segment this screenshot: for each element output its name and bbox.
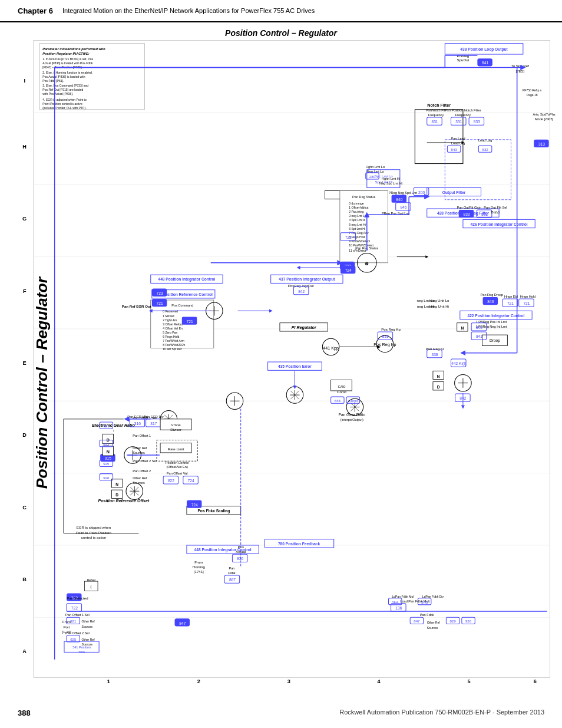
svg-text:Droop: Droop xyxy=(490,338,500,343)
svg-text:7 PosWVolt Arm: 7 PosWVolt Arm xyxy=(163,339,184,342)
page-header: Chapter 6 Integrated Motion on the Ether… xyxy=(0,0,562,22)
svg-text:(Offset/Vel En): (Offset/Vel En) xyxy=(166,465,187,469)
svg-text:Psn Position Notch Filter: Psn Position Notch Filter xyxy=(445,108,481,112)
svg-text:N: N xyxy=(461,326,464,330)
svg-text:⟨: ⟨ xyxy=(90,585,92,589)
svg-text:724: 724 xyxy=(191,503,198,507)
svg-text:Pan Selected: Pan Selected xyxy=(67,596,88,600)
svg-text:G: G xyxy=(22,216,27,222)
svg-text:426 Position Integrator Contro: 426 Position Integrator Control xyxy=(471,222,528,227)
svg-text:832: 832 xyxy=(482,147,489,151)
svg-text:721: 721 xyxy=(187,319,193,324)
svg-text:280: 280 xyxy=(369,174,376,179)
svg-text:1 Moved: 1 Moved xyxy=(163,314,174,318)
svg-text:Pan Offset Val: Pan Offset Val xyxy=(167,472,188,475)
svg-text:846: 846 xyxy=(487,299,494,304)
svg-text:Pan Offset 1 Sel: Pan Offset 1 Sel xyxy=(65,613,90,617)
svg-text:Hghn Lmt Lo: Hghn Lmt Lo xyxy=(366,165,385,169)
svg-text:3H4: 3H4 xyxy=(392,600,399,604)
svg-text:926: 926 xyxy=(103,476,110,480)
svg-text:721: 721 xyxy=(157,301,163,305)
svg-text:1 Offset-fdbkut: 1 Offset-fdbkut xyxy=(349,206,369,209)
svg-text:Pan Offset 2 Sel: Pan Offset 2 Sel xyxy=(133,459,157,463)
svg-text:Pan Offset 1: Pan Offset 1 xyxy=(133,434,151,437)
svg-text:Pan Offset 2: Pan Offset 2 xyxy=(133,469,151,473)
svg-text:Pan Lead: Pan Lead xyxy=(451,137,465,140)
svg-text:840: 840 xyxy=(396,197,402,202)
svg-text:4 Spc Lmt lo: 4 Spc Lmt lo xyxy=(349,218,365,222)
svg-text:From: From xyxy=(194,560,203,564)
svg-text:8 PosWVolt2D2c: 8 PosWVolt2D2c xyxy=(163,343,186,347)
page-footer: 388 Rockwell Automation Publication 750-… xyxy=(0,709,562,717)
svg-text:Port: Port xyxy=(63,625,70,629)
svg-text:6 Spt Lmt Hi: 6 Spt Lmt Hi xyxy=(349,227,365,230)
diagram-svg: I H G F E D C B A 1 2 3 4 5 6 Position C… xyxy=(0,22,562,701)
svg-text:B: B xyxy=(22,577,27,582)
svg-text:2: 2 xyxy=(197,678,200,684)
svg-text:Sources: Sources xyxy=(82,643,93,646)
svg-text:724: 724 xyxy=(188,479,194,483)
svg-text:H: H xyxy=(22,144,27,150)
svg-text:Pan OutFilt Gain: Pan OutFilt Gain xyxy=(457,206,481,209)
svg-text:841: 841 xyxy=(476,334,482,338)
svg-text:3: 3 xyxy=(287,678,290,684)
svg-text:E: E xyxy=(23,360,27,366)
svg-text:722: 722 xyxy=(71,606,78,610)
svg-text:Pan Fdbk: Pan Fdbk xyxy=(420,613,434,617)
svg-text:5 neg Lmt Hi: 5 neg Lmt Hi xyxy=(349,223,366,226)
svg-text:Pan Reg Droop: Pan Reg Droop xyxy=(481,293,504,297)
svg-text:338: 338 xyxy=(431,353,438,357)
svg-rect-0 xyxy=(34,41,550,678)
svg-text:Hngn Ebl: Hngn Ebl xyxy=(504,295,518,298)
svg-text:PsnNotch Filt: PsnNotch Filt xyxy=(426,108,446,112)
svg-text:Frequency: Frequency xyxy=(455,113,471,117)
svg-text:Pos Reg Kp: Pos Reg Kp xyxy=(381,327,401,331)
svg-text:723: 723 xyxy=(157,291,163,295)
svg-text:921: 921 xyxy=(70,619,77,623)
svg-text:Integ Unit Hi: Integ Unit Hi xyxy=(429,304,449,308)
svg-text:448 Position Integrator Contro: 448 Position Integrator Control xyxy=(158,277,215,282)
svg-text:SpuOut: SpuOut xyxy=(457,58,470,62)
svg-text:Pos Fbkx Scaling: Pos Fbkx Scaling xyxy=(197,509,230,513)
svg-text:0 Reserved: 0 Reserved xyxy=(163,309,178,313)
svg-text:3 neg Lmt Lo: 3 neg Lmt Lo xyxy=(349,214,366,218)
svg-text:Frequency: Frequency xyxy=(428,113,444,117)
svg-text:Other Ref: Other Ref xyxy=(133,446,147,450)
svg-text:↑: ↑ xyxy=(113,429,114,433)
svg-text:control is active: control is active xyxy=(81,535,107,539)
svg-text:(included Profiler, PLL with P: (included Profiler, PLL with PTP). xyxy=(42,106,86,110)
svg-text:847: 847 xyxy=(179,621,186,625)
svg-text:832: 832 xyxy=(481,212,488,216)
svg-text:Sources: Sources xyxy=(133,481,145,485)
svg-text:4 Offset Vel En: 4 Offset Vel En xyxy=(163,327,183,330)
svg-text:Lead Lag: Lead Lag xyxy=(478,139,492,142)
diagram-container: Position Control – Regulator I H G F E D… xyxy=(0,22,562,701)
svg-text:F: F xyxy=(23,288,27,294)
svg-text:867: 867 xyxy=(229,578,236,582)
svg-text:[1741]: [1741] xyxy=(194,569,204,574)
page-number: 388 xyxy=(18,709,31,717)
chapter-label: Chapter 6 xyxy=(18,6,53,15)
svg-text:Pos Ref Out [P315] are loaded: Pos Ref Out [P315] are loaded xyxy=(42,88,83,91)
svg-text:4: 4 xyxy=(378,678,381,684)
svg-text:Point to Point Position: Point to Point Position xyxy=(76,531,111,535)
svg-text:Divisor: Divisor xyxy=(170,427,181,431)
svg-text:N: N xyxy=(115,482,118,486)
svg-text:722: 722 xyxy=(345,235,352,239)
svg-text:C: C xyxy=(22,505,27,510)
svg-text:846: 846 xyxy=(400,205,406,209)
svg-text:1: 1 xyxy=(107,678,110,684)
svg-text:441 Kpp: 441 Kpp xyxy=(323,346,339,351)
svg-text:LdPan Fdbk Mul: LdPan Fdbk Mul xyxy=(392,595,414,598)
svg-text:Refsel: Refsel xyxy=(87,578,95,582)
svg-text:Position Reference Offset: Position Reference Offset xyxy=(98,499,150,503)
svg-text:Hngn Hold: Hngn Hold xyxy=(520,295,535,298)
svg-text:PReg Neg Spd Lmt: PReg Neg Spd Lmt xyxy=(389,191,418,195)
svg-text:Pos Fdbk [P61].: Pos Fdbk [P61]. xyxy=(42,79,64,83)
svg-text:Hghn Lmt Hi: Hghn Lmt Hi xyxy=(382,177,400,180)
svg-text:Trim: Trim xyxy=(78,650,85,654)
svg-text:3 Offset Refout: 3 Offset Refout xyxy=(163,322,183,326)
svg-text:Pan Gear Ratio: Pan Gear Ratio xyxy=(339,413,366,417)
svg-text:Page 18: Page 18 xyxy=(527,93,538,97)
svg-text:2 Pcs.intng: 2 Pcs.intng xyxy=(349,210,363,213)
